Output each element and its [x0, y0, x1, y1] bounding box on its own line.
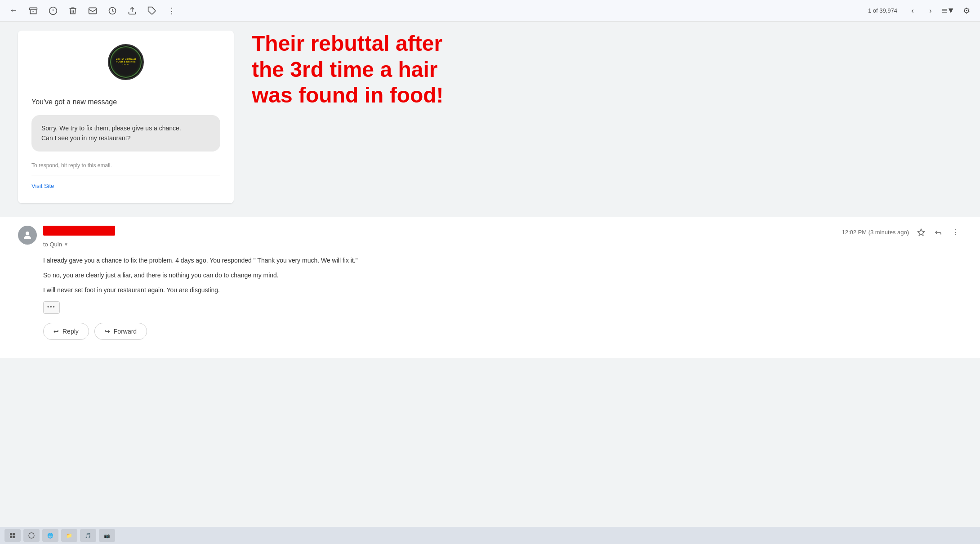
email-actions-right: 12:02 PM (3 minutes ago) ⋮: [842, 226, 962, 239]
prev-email-button[interactable]: ‹: [906, 4, 919, 17]
taskbar-item-6[interactable]: 📷: [99, 529, 115, 542]
star-button[interactable]: [914, 226, 928, 239]
to-dropdown-arrow[interactable]: ▼: [64, 242, 68, 247]
email-counter: 1 of 39,974: [868, 7, 897, 14]
sender-name-redacted: [43, 226, 115, 236]
toolbar-left: ← ⋮: [7, 4, 860, 17]
svg-point-17: [29, 533, 34, 538]
back-button[interactable]: ←: [7, 4, 20, 17]
email-body-line2: So no, you are clearly just a liar, and …: [43, 270, 962, 281]
show-more-button[interactable]: •••: [43, 301, 60, 314]
email-toolbar: ← ⋮ 1 of 39,974 ‹ › ▼ ⚙: [0, 0, 980, 22]
email-body-line3: I will never set foot in your restaurant…: [43, 285, 962, 296]
sender-to-line: to Quin ▼: [43, 241, 115, 248]
divider: [31, 175, 220, 175]
archive-icon[interactable]: [27, 4, 40, 17]
action-icons: ⋮: [914, 226, 962, 239]
next-email-button[interactable]: ›: [924, 4, 937, 17]
reply-quick-button[interactable]: [931, 226, 945, 239]
svg-point-11: [26, 232, 29, 235]
move-to-icon[interactable]: [126, 4, 138, 17]
svg-rect-8: [942, 9, 947, 9]
forward-button[interactable]: ↪ Forward: [94, 323, 147, 340]
taskbar-item-5[interactable]: 🎵: [80, 529, 96, 542]
taskbar-item-4[interactable]: 📁: [61, 529, 77, 542]
mark-unread-icon[interactable]: [86, 4, 99, 17]
new-message-heading: You've got a new message: [31, 98, 220, 106]
label-icon[interactable]: [146, 4, 158, 17]
reply-forward-bar: ↩ Reply ↪ Forward: [18, 314, 962, 344]
sender-details: to Quin ▼: [43, 226, 115, 248]
svg-rect-15: [10, 536, 12, 538]
reply-icon: ↩: [53, 328, 59, 335]
taskbar-item-1[interactable]: [4, 529, 21, 542]
svg-marker-12: [918, 229, 925, 235]
email-body: I already gave you a chance to fix the p…: [18, 255, 962, 314]
svg-rect-14: [13, 533, 15, 535]
email-timestamp: 12:02 PM (3 minutes ago): [842, 229, 909, 236]
taskbar: 🌐 📁 🎵 📷: [0, 527, 980, 544]
restaurant-logo: HELLO VIETNAMFOOD & DRINKS· · · · ·: [108, 44, 144, 80]
visit-site-link[interactable]: Visit Site: [31, 183, 54, 189]
toolbar-right: 1 of 39,974 ‹ › ▼ ⚙: [868, 4, 973, 17]
snooze-icon[interactable]: [106, 4, 119, 17]
restaurant-email-card: HELLO VIETNAMFOOD & DRINKS· · · · · You'…: [18, 31, 234, 203]
respond-hint-text: To respond, hit reply to this email.: [31, 162, 220, 169]
svg-rect-10: [942, 12, 947, 12]
email-container: HELLO VIETNAMFOOD & DRINKS· · · · · You'…: [0, 22, 980, 358]
taskbar-item-2[interactable]: [23, 529, 40, 542]
view-type-selector[interactable]: ▼: [942, 4, 955, 17]
message-bubble: Sorry. We try to fix them, please give u…: [31, 115, 220, 152]
taskbar-item-3[interactable]: 🌐: [42, 529, 58, 542]
email-reply-header: to Quin ▼ 12:02 PM (3 minutes ago) ⋮: [18, 226, 962, 248]
quoted-email-section: HELLO VIETNAMFOOD & DRINKS· · · · · You'…: [0, 22, 980, 217]
reply-email-section: to Quin ▼ 12:02 PM (3 minutes ago) ⋮: [0, 217, 980, 358]
settings-icon[interactable]: ⚙: [960, 4, 973, 17]
email-body-line1: I already gave you a chance to fix the p…: [43, 255, 962, 266]
spam-icon[interactable]: [47, 4, 59, 17]
forward-icon: ↪: [105, 328, 110, 335]
svg-rect-4: [89, 8, 97, 13]
reply-button[interactable]: ↩ Reply: [43, 323, 89, 340]
bubble-text: Sorry. We try to fix them, please give u…: [41, 123, 210, 143]
more-options-icon[interactable]: ⋮: [165, 4, 178, 17]
sender-avatar: [18, 226, 37, 245]
svg-rect-0: [30, 8, 37, 9]
sender-info: to Quin ▼: [18, 226, 115, 248]
svg-rect-9: [942, 10, 947, 11]
annotation-overlay: Their rebuttal after the 3rd time a hair…: [252, 31, 477, 108]
more-email-options-button[interactable]: ⋮: [949, 226, 962, 239]
delete-icon[interactable]: [67, 4, 79, 17]
svg-rect-16: [13, 536, 15, 538]
svg-rect-13: [10, 533, 12, 535]
